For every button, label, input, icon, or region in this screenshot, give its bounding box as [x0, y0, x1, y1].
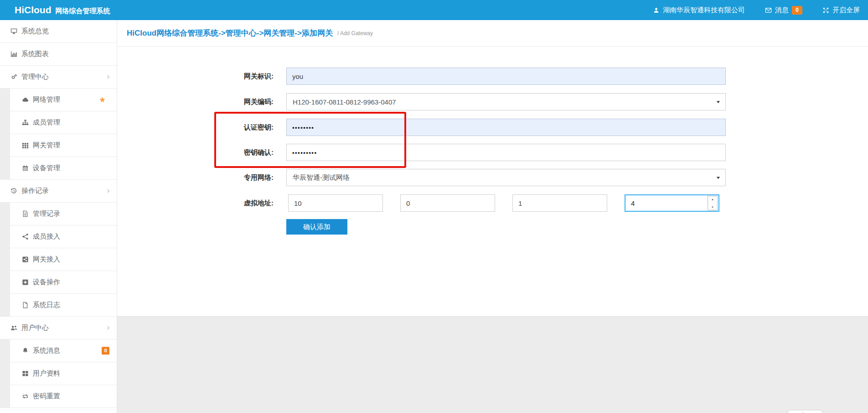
topbar-right: 湖南华辰智通科技有限公司 消息 0 开启全屏 [653, 6, 868, 15]
sidebar-item-15[interactable]: 系统消息0 [0, 340, 117, 362]
spinner-up-icon[interactable] [710, 198, 715, 202]
footer-area [117, 316, 868, 413]
gateway-id-input[interactable] [286, 68, 726, 85]
sidebar-indent-strip [0, 271, 10, 293]
grid-icon [22, 142, 29, 149]
spinner-down-icon[interactable] [710, 204, 715, 209]
sidebar: 系统总览系统图表管理中心网络管理成员管理网关管理设备管理操作记录管理记录成员接入… [0, 20, 117, 413]
sidebar-indent-strip [0, 203, 10, 225]
chart-icon [10, 51, 17, 58]
sidebar-item-label: 成员接入 [33, 232, 60, 241]
sidebar-item-10[interactable]: 成员接入 [0, 225, 117, 248]
company-name: 湖南华辰智通科技有限公司 [663, 6, 745, 15]
fullscreen-toggle[interactable]: 开启全屏 [822, 6, 860, 15]
private-network-selected-value: 华辰智通-测试网络 [293, 173, 350, 182]
field-label-gateway-code: 网关编码: [196, 93, 274, 110]
sidebar-item-label: 设备管理 [33, 164, 60, 173]
sidebar-item-13[interactable]: 系统日志 [0, 294, 117, 317]
sidebar-indent-strip [0, 385, 10, 408]
auth-key-input[interactable] [286, 119, 726, 136]
sidebar-indent-strip [0, 89, 10, 111]
chevron-right-icon [106, 74, 111, 79]
confirm-add-button[interactable]: 确认添加 [286, 219, 347, 235]
sitemap-icon [22, 119, 29, 126]
sidebar-item-17[interactable]: 密码重置 [0, 385, 117, 408]
sidebar-indent-strip [0, 340, 10, 362]
sidebar-item-8[interactable]: 操作记录 [0, 180, 117, 203]
sidebar-item-label: 设备操作 [33, 278, 60, 287]
sidebar-item-3[interactable]: 管理中心 [0, 66, 117, 89]
file-icon [22, 302, 29, 308]
sidebar-indent-strip [0, 134, 10, 157]
file-text-icon [22, 210, 29, 217]
history-icon [10, 188, 17, 194]
field-label-key-confirm: 密钥确认: [196, 144, 274, 161]
sidebar-item-16[interactable]: 用户资料 [0, 362, 117, 385]
sidebar-item-5[interactable]: 成员管理 [0, 111, 117, 134]
sidebar-item-label: 用户资料 [33, 369, 60, 378]
th-large-icon [22, 370, 29, 377]
gateway-code-selected-value: H120-1607-0811-0812-9963-0407 [293, 98, 396, 106]
sidebar-item-label: 密码重置 [33, 392, 60, 401]
sidebar-item-1[interactable]: 系统总览 [0, 20, 117, 43]
gateway-code-select[interactable]: H120-1607-0811-0812-9963-0407 [286, 93, 726, 110]
field-label-auth-key: 认证密钥: [196, 119, 274, 136]
messages-label: 消息 [775, 6, 789, 15]
number-spinner[interactable] [708, 196, 718, 210]
sidebar-item-label: 成员管理 [33, 118, 60, 127]
sidebar-item-label: 网关管理 [33, 141, 60, 150]
fullscreen-label: 开启全屏 [832, 6, 860, 15]
gears-icon [10, 73, 17, 80]
sidebar-item-label: 系统消息 [33, 346, 60, 355]
expand-icon [822, 7, 829, 14]
field-label-gateway-id: 网关标识: [196, 68, 274, 85]
sidebar-indent-strip [0, 362, 10, 385]
chevron-right-icon [106, 188, 111, 193]
sidebar-indent-strip [0, 111, 10, 134]
brand-name: HiCloud [15, 5, 51, 16]
chat-widget[interactable] [787, 410, 823, 413]
topbar: HiCloud 网络综合管理系统 湖南华辰智通科技有限公司 消息 0 开启全屏 [0, 0, 868, 20]
plus-square-icon [22, 279, 29, 286]
sidebar-item-label: 用户中心 [21, 324, 49, 332]
sidebar-indent-strip [0, 294, 10, 316]
sidebar-item-4[interactable]: 网络管理 [0, 89, 117, 111]
sidebar-indent-strip [0, 248, 10, 271]
virtual-address-octet-4[interactable] [625, 194, 719, 212]
virtual-address-octet-2[interactable] [400, 194, 495, 212]
key-confirm-input[interactable] [286, 144, 726, 161]
sidebar-item-label: 管理中心 [21, 73, 49, 81]
messages-menu[interactable]: 消息 0 [765, 6, 802, 15]
user-icon [653, 7, 660, 14]
sidebar-item-9[interactable]: 管理记录 [0, 203, 117, 225]
brand-subtitle: 网络综合管理系统 [55, 7, 110, 16]
field-label-virtual-address: 虚拟地址: [196, 194, 274, 212]
sidebar-item-6[interactable]: 网关管理 [0, 134, 117, 157]
brand: HiCloud 网络综合管理系统 [0, 5, 110, 16]
virtual-address-octet-1[interactable] [288, 194, 383, 212]
bell-icon [22, 347, 29, 354]
sidebar-item-2[interactable]: 系统图表 [0, 43, 117, 66]
users-icon [10, 324, 17, 331]
sidebar-item-label: 管理记录 [33, 209, 60, 218]
sidebar-item-label: 网关接入 [33, 255, 60, 264]
sidebar-item-14[interactable]: 用户中心 [0, 317, 117, 340]
virtual-address-octet-3[interactable] [512, 194, 607, 212]
sidebar-item-12[interactable]: 设备操作 [0, 271, 117, 294]
field-label-private-network: 专用网络: [196, 169, 274, 186]
share-icon [22, 233, 29, 240]
private-network-select[interactable]: 华辰智通-测试网络 [286, 169, 726, 186]
sidebar-item-label: 操作记录 [21, 187, 49, 195]
chevron-right-icon [106, 325, 111, 330]
caret-down-icon [715, 99, 721, 105]
company-menu[interactable]: 湖南华辰智通科技有限公司 [653, 6, 745, 15]
envelope-icon [765, 7, 772, 14]
sidebar-indent-strip [0, 225, 10, 248]
main-content: HiCloud网络综合管理系统->管理中心->网关管理->添加网关 / Add … [117, 20, 868, 413]
sidebar-item-11[interactable]: 网关接入 [0, 248, 117, 271]
monitor-icon [10, 28, 17, 35]
star-icon [99, 96, 106, 103]
calendar-icon [22, 165, 29, 172]
sidebar-item-7[interactable]: 设备管理 [0, 157, 117, 180]
retweet-icon [22, 393, 29, 400]
